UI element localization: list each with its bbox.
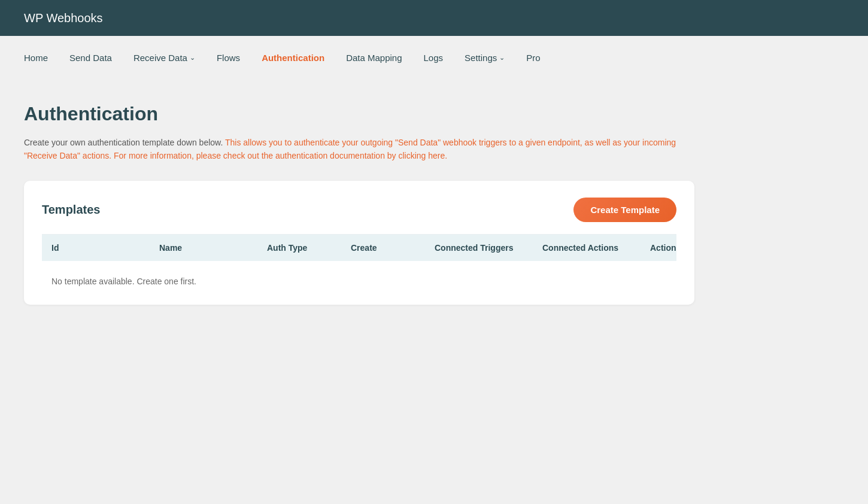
card-title: Templates [42,203,100,217]
nav-item-settings[interactable]: Settings ⌄ [465,53,505,63]
templates-table: Id Name Auth Type Create Connected Trigg… [42,234,676,305]
nav-item-receive-data[interactable]: Receive Data ⌄ [133,53,195,63]
empty-state-message: No template available. Create one first. [42,261,676,305]
main-content: Authentication Create your own authentic… [0,79,868,329]
page-description: Create your own authentication template … [24,136,682,163]
receive-data-chevron-icon: ⌄ [190,54,195,62]
col-header-connected-triggers: Connected Triggers [425,243,533,253]
col-header-action: Action [641,243,694,253]
nav-item-data-mapping[interactable]: Data Mapping [346,53,402,63]
nav-item-flows[interactable]: Flows [217,53,240,63]
app-title: WP Webhooks [24,11,103,25]
nav-item-pro[interactable]: Pro [526,53,540,63]
settings-chevron-icon: ⌄ [499,54,505,62]
description-static-text: Create your own authentication template … [24,138,225,147]
page-title: Authentication [24,103,844,125]
table-body: No template available. Create one first. [42,261,676,305]
create-template-button[interactable]: Create Template [573,198,676,222]
nav-item-authentication[interactable]: Authentication [262,53,324,63]
col-header-name: Name [150,243,257,253]
card-header: Templates Create Template [42,198,676,234]
nav-item-home[interactable]: Home [24,53,48,63]
nav-item-send-data[interactable]: Send Data [69,53,112,63]
nav-item-logs[interactable]: Logs [424,53,444,63]
col-header-create: Create [341,243,425,253]
col-header-id: Id [42,243,150,253]
topbar: WP Webhooks [0,0,868,36]
col-header-auth-type: Auth Type [257,243,341,253]
templates-card: Templates Create Template Id Name Auth T… [24,181,694,305]
col-header-connected-actions: Connected Actions [533,243,641,253]
table-header-row: Id Name Auth Type Create Connected Trigg… [42,235,676,261]
main-nav: Home Send Data Receive Data ⌄ Flows Auth… [0,36,868,79]
